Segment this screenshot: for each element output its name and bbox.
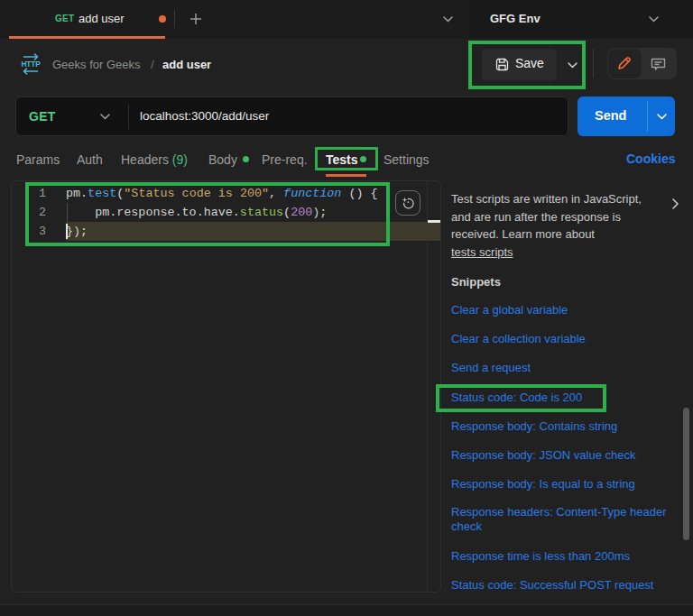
svg-text:HTTP: HTTP bbox=[21, 60, 41, 69]
